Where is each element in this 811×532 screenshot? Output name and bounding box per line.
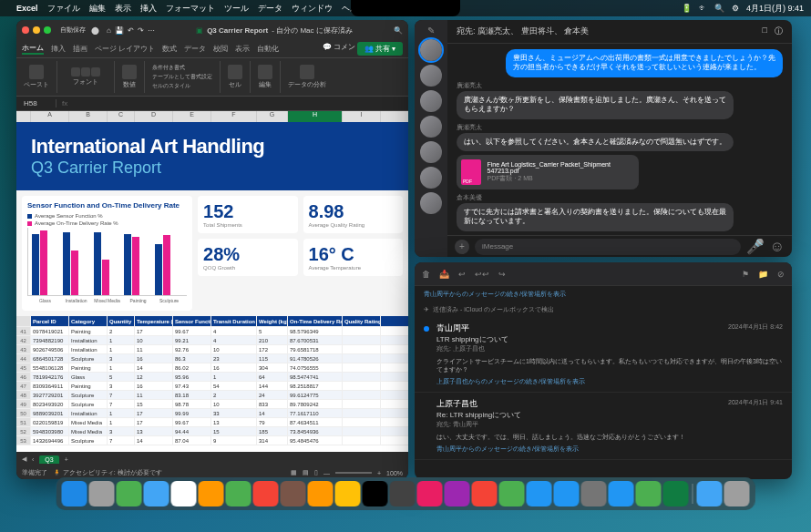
autosave-toggle[interactable]: 自動保存 (60, 26, 86, 35)
data-table[interactable]: Parcel IDCategoryQuantityTemperature (°C… (16, 316, 408, 452)
table-row[interactable]: 483927729201Sculpture71183.1822499.61247… (16, 391, 408, 400)
forward-icon[interactable]: ↪ (498, 270, 506, 279)
conversation-avatar[interactable] (420, 39, 442, 61)
emoji-icon[interactable]: ☺ (770, 239, 785, 255)
app-name[interactable]: Excel (16, 4, 38, 13)
share-button[interactable]: 👥 共有 ▾ (357, 42, 403, 56)
table-row[interactable]: 510220159819Mixed Media11799.67137987.46… (16, 418, 408, 427)
trash-app-icon[interactable] (724, 481, 750, 506)
menu-edit[interactable]: 編集 (89, 3, 106, 15)
table-row[interactable]: 467819942176Glass51295.9616498.5474741 (16, 373, 408, 382)
mail-list[interactable]: 2024年4月1日 8:42青山周平LTR shippingについて宛先: 上原… (415, 317, 792, 479)
reply-icon[interactable]: ↩ (458, 270, 466, 279)
junk-icon[interactable]: ⊘ (777, 270, 785, 279)
archive-icon[interactable]: 📥 (439, 270, 449, 279)
wifi-icon[interactable]: ᯤ (699, 4, 707, 13)
save-icon[interactable]: 💾 (115, 26, 124, 35)
maps-app-icon[interactable] (499, 481, 525, 506)
menu-view[interactable]: 表示 (115, 3, 131, 15)
table-row[interactable]: 455548106128Painting11486.021630474.0756… (16, 363, 408, 373)
message-thread[interactable]: 豊田さん、ミュージアムへの出荷用の書類一式は用意できましたでしょうか？先方の担当… (447, 44, 792, 235)
add-attachment-icon[interactable]: + (455, 240, 469, 254)
messages-app-icon[interactable] (117, 481, 142, 506)
video-call-icon[interactable]: □ (763, 26, 767, 37)
cells-icon[interactable] (228, 65, 242, 79)
search-icon[interactable]: 🔍 (714, 4, 724, 13)
reply-all-icon[interactable]: ↩↩ (475, 270, 489, 279)
menu-insert[interactable]: 挿入 (140, 3, 157, 15)
home-icon[interactable]: ⌂ (107, 26, 111, 35)
menu-format[interactable]: フォーマット (166, 3, 215, 15)
table-row[interactable]: 427394882190Installation11099.21421087.6… (16, 336, 408, 345)
keynote-app-icon[interactable] (609, 481, 634, 506)
redo-icon[interactable]: ↷ (138, 26, 144, 35)
table-row[interactable]: 525948303980Mixed Media31394.441518573.8… (16, 427, 408, 436)
name-box[interactable]: H58 (20, 99, 56, 107)
first-sheet-icon[interactable]: ◀ (22, 455, 26, 463)
search-icon[interactable]: 🔍 (394, 26, 403, 35)
table-format-button[interactable]: テーブルとして書式設定 (152, 73, 212, 81)
facetime-app-icon[interactable] (226, 481, 252, 506)
control-center-icon[interactable]: ⚙ (732, 4, 739, 13)
mail-item[interactable]: 2024年4月1日 8:42青山周平LTR shippingについて宛先: 上原… (415, 317, 792, 393)
conversation-avatar[interactable] (420, 116, 442, 138)
add-sheet-icon[interactable]: + (65, 456, 68, 463)
number-format-icon[interactable] (122, 65, 137, 79)
table-row[interactable]: 439026749506Installation11192.761017279.… (16, 345, 408, 354)
maximize-icon[interactable] (44, 26, 51, 34)
contacts-app-icon[interactable] (281, 481, 306, 506)
mail-app-icon[interactable] (144, 481, 169, 506)
table-row[interactable]: 531432694496Sculpture71487.04931495.4845… (16, 436, 408, 445)
table-row[interactable]: 498023493920Sculpture71598.781083389.780… (16, 400, 408, 409)
menu-tools[interactable]: ツール (224, 3, 249, 15)
tab-formulas[interactable]: 数式 (162, 44, 177, 54)
voice-memo-icon[interactable]: 🎤 (746, 238, 765, 255)
datetime[interactable]: 4月1日(月) 9:41 (746, 3, 804, 15)
files-app-icon[interactable] (697, 481, 723, 506)
conversation-avatar[interactable] (420, 141, 442, 163)
mail-item[interactable]: 2024年4月1日 9:41上原子昌也Re: LTR shippingについて宛… (415, 393, 792, 460)
battery-icon[interactable]: 🔋 (682, 4, 692, 13)
reminders-app-icon[interactable] (308, 481, 334, 506)
zoom-level[interactable]: 100% (386, 470, 403, 476)
info-icon[interactable]: ⓘ (775, 26, 783, 37)
photos-app-icon[interactable] (199, 481, 224, 506)
view-break-icon[interactable]: ▯ (314, 469, 318, 476)
freeform-app-icon[interactable] (171, 481, 197, 506)
table-row[interactable]: 410978419021Painting21799.674598.5796349 (16, 327, 408, 336)
minimize-icon[interactable] (33, 26, 40, 34)
flag-icon[interactable]: ⚑ (742, 270, 749, 279)
table-row[interactable]: 509889039201Installation11799.99331477.1… (16, 409, 408, 418)
appstore-app-icon[interactable] (554, 481, 580, 506)
music-app-icon[interactable] (417, 481, 443, 506)
menu-window[interactable]: ウィンドウ (292, 3, 333, 15)
cell-style-button[interactable]: セルのスタイル (152, 82, 190, 90)
move-icon[interactable]: 📁 (758, 270, 768, 279)
cond-format-button[interactable]: 条件付き書式 (152, 64, 185, 72)
worksheet[interactable]: AB CD EF GH I International Art Handling… (16, 111, 408, 452)
compose-icon[interactable]: ✎ (427, 26, 435, 36)
menu-file[interactable]: ファイル (47, 3, 80, 15)
tab-data[interactable]: データ (184, 44, 206, 54)
tab-home[interactable]: ホーム (22, 43, 44, 55)
tab-layout[interactable]: ページ レイアウト (95, 44, 155, 54)
calendar-app-icon[interactable] (253, 481, 279, 506)
conversation-avatar[interactable] (420, 192, 442, 214)
tab-automate[interactable]: 自動化 (257, 44, 279, 54)
conversation-avatar[interactable] (420, 65, 442, 87)
news-app-icon[interactable] (472, 481, 498, 506)
notes-app-icon[interactable] (335, 481, 361, 506)
file-attachment[interactable]: Fine Art Logistics_Carrier Packet_Shipme… (457, 155, 639, 189)
table-row[interactable]: 478309364911Painting31697.435414498.2518… (16, 382, 408, 391)
tab-view[interactable]: 表示 (235, 44, 250, 54)
close-icon[interactable] (22, 26, 29, 34)
undo-icon[interactable]: ↶ (128, 26, 134, 35)
finder-app-icon[interactable] (62, 481, 87, 506)
numbers-app-icon[interactable] (636, 481, 662, 506)
sheet-tab-q3[interactable]: Q3 (39, 455, 58, 464)
message-input[interactable]: iMessage (475, 239, 741, 255)
edit-icon[interactable] (258, 65, 272, 79)
analyze-icon[interactable] (300, 65, 314, 79)
menu-data[interactable]: データ (258, 3, 282, 15)
stocks-app-icon[interactable] (363, 481, 388, 506)
